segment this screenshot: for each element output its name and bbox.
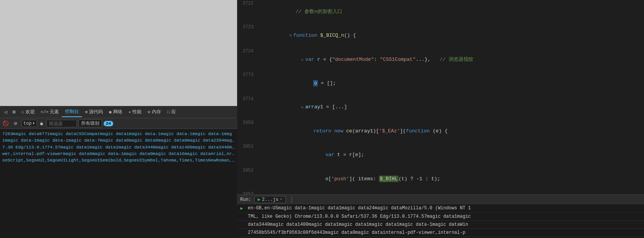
tab-elements[interactable]: </> 元素 bbox=[38, 107, 62, 117]
code-line-3853: 3853 ▽}), bbox=[237, 191, 644, 194]
code-editor[interactable]: 3722 // 参数n的加密入口 3723 ▽function $_BICQ_n… bbox=[237, 0, 644, 194]
source-icon: ⚙ bbox=[85, 109, 88, 114]
pointer-btn[interactable]: ⊞ bbox=[10, 108, 18, 116]
line-num-3723: 3723 bbox=[237, 24, 258, 31]
run-play-icon: ▶ bbox=[258, 197, 260, 202]
clear-console-btn[interactable]: 🚫 bbox=[2, 119, 10, 128]
line-content-3852: o['push']( items: $_BIHL(t) ? -1 : t); bbox=[258, 167, 644, 191]
run-file-name: 2...js bbox=[262, 197, 278, 202]
run-gutter-3 bbox=[237, 221, 246, 223]
elements-icon: </> bbox=[41, 110, 49, 114]
tab-application[interactable]: □ 应 bbox=[164, 107, 179, 117]
filter-input[interactable] bbox=[46, 120, 77, 127]
console-bar: 🚫 ⊘ top ▾ ◉ 所有级别 24 bbox=[0, 118, 237, 129]
comment-3722: // 参数n的加密入口 bbox=[296, 9, 342, 15]
performance-icon: ✦ bbox=[128, 109, 131, 114]
network-icon: ◉ bbox=[109, 109, 112, 114]
run-tab-close[interactable]: × bbox=[280, 197, 282, 202]
line-content-3723: ▽function $_BICQ_n() { bbox=[258, 24, 644, 47]
tab-application-label: 应 bbox=[171, 109, 176, 115]
top-label: top bbox=[23, 121, 32, 126]
tab-performance-label: 性能 bbox=[132, 109, 141, 115]
tab-elements-label: 元素 bbox=[50, 109, 59, 115]
run-output-line-4: 27458b5545/f3bf0563c00f6d443magic data0m… bbox=[237, 229, 644, 237]
run-output-line-3: data3440magic data1400magic data1magic d… bbox=[237, 221, 644, 229]
tab-performance[interactable]: ✦ 性能 bbox=[125, 107, 145, 117]
console-line-3: 7.36 Edg/113.0.1774.57magic data1magic d… bbox=[2, 144, 235, 150]
tab-network[interactable]: ◉ 网络 bbox=[106, 107, 125, 117]
run-bar-divider-btn[interactable]: ⋮ bbox=[289, 197, 295, 203]
run-bar: Run: ▶ 2...js × ⋮ bbox=[237, 194, 644, 204]
tab-memory[interactable]: ⊙ 内存 bbox=[145, 107, 164, 117]
line-num-3850: 3850 bbox=[237, 119, 258, 127]
tab-source-label: 源代码 bbox=[89, 109, 103, 115]
main-layout: ◁ ⊞ ⌂ 欢迎 </> 元素 控制台 ⚙ 源代码 ◉ 网络 ✦ bbox=[0, 0, 644, 238]
line-num-3851: 3851 bbox=[237, 143, 258, 150]
eye-btn[interactable]: ◉ bbox=[39, 120, 45, 127]
run-label: Run: bbox=[240, 197, 251, 202]
line-num-3852: 3852 bbox=[237, 167, 258, 174]
code-line-3722: 3722 // 参数n的加密入口 bbox=[237, 0, 644, 24]
run-output-text-2: TML, like Gecko) Chrome/113.0.0.0 Safari… bbox=[246, 213, 644, 220]
line-content-3724: ▷var r = {"documentMode": "CSS1Compat"..… bbox=[258, 48, 644, 72]
run-gutter-4 bbox=[237, 229, 246, 231]
code-line-3723: 3723 ▽function $_BICQ_n() { bbox=[237, 24, 644, 47]
console-output[interactable]: 7263magic data8771magic dataCSSCompatmag… bbox=[0, 129, 237, 238]
left-panel: ◁ ⊞ ⌂ 欢迎 </> 元素 控制台 ⚙ 源代码 ◉ 网络 ✦ bbox=[0, 0, 237, 238]
run-file-tab[interactable]: ▶ 2...js × bbox=[254, 196, 286, 203]
run-output-text-4: 27458b5545/f3bf0563c00f6d443magic data0m… bbox=[246, 229, 644, 236]
console-line-5: oeScript,SegoeUI,SegoeUILight,SegoeUISem… bbox=[2, 157, 235, 163]
back-btn[interactable]: ◁ bbox=[2, 108, 10, 116]
tab-network-label: 网络 bbox=[113, 109, 122, 115]
code-line-3773: 3773 o = []; bbox=[237, 72, 644, 95]
welcome-icon: ⌂ bbox=[21, 110, 24, 114]
code-line-3852: 3852 o['push']( items: $_BIHL(t) ? -1 : … bbox=[237, 167, 644, 191]
line-num-3853: 3853 bbox=[237, 191, 258, 194]
level-label: 所有级别 bbox=[81, 120, 99, 127]
filter-toggle-btn[interactable]: ⊘ bbox=[11, 119, 20, 128]
level-selector[interactable]: 所有级别 bbox=[78, 119, 102, 127]
expand-3774[interactable]: ▷ bbox=[301, 105, 304, 109]
run-output-line-2: TML, like Gecko) Chrome/113.0.0.0 Safari… bbox=[237, 213, 644, 221]
line-num-3724: 3724 bbox=[237, 48, 258, 55]
run-output[interactable]: ▶ en-GB,en-USmagic data-1magic data1magi… bbox=[237, 204, 644, 238]
tab-welcome[interactable]: ⌂ 欢迎 bbox=[18, 107, 38, 117]
run-gutter-2 bbox=[237, 213, 246, 215]
right-panel: 3722 // 参数n的加密入口 3723 ▽function $_BICQ_n… bbox=[237, 0, 644, 238]
tab-console-label: 控制台 bbox=[65, 108, 79, 115]
run-output-text-3: data3440magic data1400magic data1magic d… bbox=[246, 221, 644, 228]
console-line-1: 7263magic data8771magic dataCSSCompatmag… bbox=[2, 130, 235, 137]
tab-welcome-label: 欢迎 bbox=[26, 109, 35, 115]
expand-3723[interactable]: ▽ bbox=[289, 34, 292, 38]
run-output-line-1: ▶ en-GB,en-USmagic data-1magic data1magi… bbox=[237, 204, 644, 213]
code-line-3724: 3724 ▷var r = {"documentMode": "CSS1Comp… bbox=[237, 48, 644, 72]
application-icon: □ bbox=[167, 110, 170, 114]
line-content-3851: var t = r[e]; bbox=[258, 143, 644, 167]
code-line-3851: 3851 var t = r[e]; bbox=[237, 143, 644, 167]
left-top-area bbox=[0, 0, 237, 106]
tab-memory-label: 内存 bbox=[152, 109, 161, 115]
line-num-3774: 3774 bbox=[237, 96, 258, 103]
expand-3724[interactable]: ▷ bbox=[301, 58, 304, 62]
line-content-3774: ▷array1 = [...] bbox=[258, 96, 644, 119]
tab-console[interactable]: 控制台 bbox=[62, 107, 82, 117]
message-count-badge: 24 bbox=[104, 121, 113, 126]
line-content-3722: // 参数n的加密入口 bbox=[258, 0, 644, 24]
console-line-4: wer,internal-pdf-viewermagic data0magic … bbox=[2, 150, 235, 157]
top-selector[interactable]: top ▾ bbox=[21, 120, 37, 127]
code-line-3850: 3850 return new ce(array1)['$_EAz'](func… bbox=[237, 119, 644, 143]
devtools-tabs: ◁ ⊞ ⌂ 欢迎 </> 元素 控制台 ⚙ 源代码 ◉ 网络 ✦ bbox=[0, 106, 237, 118]
code-line-3774: 3774 ▷array1 = [...] bbox=[237, 96, 644, 119]
console-line-2: 1magic data-1magic data-1magic data-7mag… bbox=[2, 137, 235, 143]
memory-icon: ⊙ bbox=[148, 109, 150, 114]
line-content-3850: return new ce(array1)['$_EAz'](function … bbox=[258, 119, 644, 143]
top-dropdown-icon: ▾ bbox=[33, 121, 35, 126]
line-num-3722: 3722 bbox=[237, 0, 258, 7]
run-play-gutter-1: ▶ bbox=[237, 204, 246, 212]
line-content-3773: o = []; bbox=[258, 72, 644, 95]
line-content-3853: ▽}), bbox=[258, 191, 644, 194]
run-output-text-1: en-GB,en-USmagic data-1magic data1magic … bbox=[246, 204, 644, 212]
line-num-3773: 3773 bbox=[237, 72, 258, 79]
tab-source[interactable]: ⚙ 源代码 bbox=[82, 107, 106, 117]
